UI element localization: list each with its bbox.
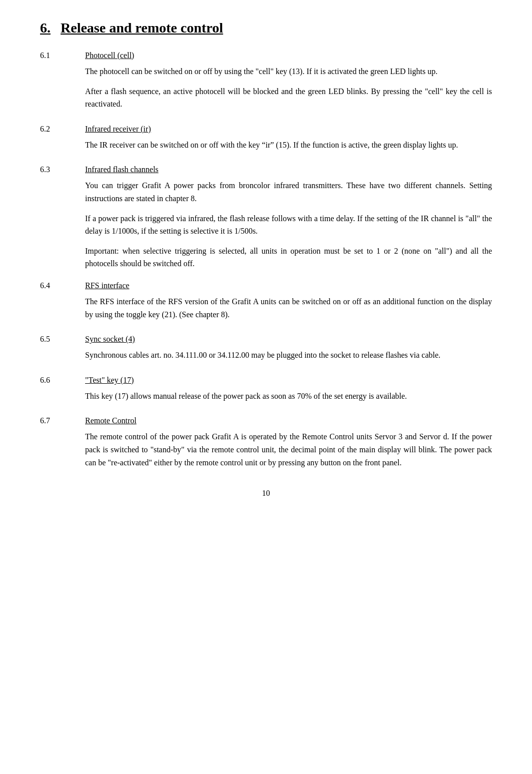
section-body-6-7: The remote control of the power pack Gra… (85, 430, 492, 469)
section-header-6-2: 6.2Infrared receiver (ir) (40, 125, 492, 134)
section-num-6-6: 6.6 (40, 376, 85, 385)
section-num-6-3: 6.3 (40, 165, 85, 174)
section-header-6-7: 6.7Remote Control (40, 416, 492, 425)
section-6-2: 6.2Infrared receiver (ir)The IR receiver… (40, 125, 492, 152)
section-header-6-4: 6.4RFS interface (40, 281, 492, 290)
section-title-6-1: Photocell (cell) (85, 51, 134, 60)
section-6-1-para-2: After a flash sequence, an active photoc… (85, 85, 492, 111)
page-title: 6. Release and remote control (40, 20, 492, 36)
section-title-6-5: Sync socket (4) (85, 335, 135, 344)
section-6-6: 6.6"Test" key (17)This key (17) allows m… (40, 376, 492, 403)
section-num-6-1: 6.1 (40, 51, 85, 60)
section-6-3-para-3: Important: when selective triggering is … (85, 245, 492, 270)
section-num-6-7: 6.7 (40, 416, 85, 425)
page-footer: 10 (40, 489, 492, 498)
section-body-6-6: This key (17) allows manual release of t… (85, 390, 492, 403)
section-body-6-5: Synchronous cables art. no. 34.111.00 or… (85, 349, 492, 362)
page-number: 10 (262, 489, 270, 497)
section-title-6-6: "Test" key (17) (85, 376, 134, 385)
section-6-3: 6.3Infrared flash channelsYou can trigge… (40, 165, 492, 270)
section-6-4-para-1: The RFS interface of the RFS version of … (85, 295, 492, 321)
section-num-6-4: 6.4 (40, 281, 85, 290)
section-title-6-7: Remote Control (85, 416, 137, 425)
section-6-3-para-2: If a power pack is triggered via infrare… (85, 212, 492, 238)
section-6-4: 6.4RFS interfaceThe RFS interface of the… (40, 281, 492, 321)
section-title-6-3: Infrared flash channels (85, 165, 159, 174)
section-body-6-4: The RFS interface of the RFS version of … (85, 295, 492, 321)
section-header-6-5: 6.5Sync socket (4) (40, 335, 492, 344)
section-6-7-para-1: The remote control of the power pack Gra… (85, 430, 492, 469)
section-6-5-para-1: Synchronous cables art. no. 34.111.00 or… (85, 349, 492, 362)
section-6-6-para-1: This key (17) allows manual release of t… (85, 390, 492, 403)
section-6-1: 6.1Photocell (cell)The photocell can be … (40, 51, 492, 111)
section-num-6-2: 6.2 (40, 125, 85, 134)
section-header-6-1: 6.1Photocell (cell) (40, 51, 492, 60)
section-body-6-2: The IR receiver can be switched on or of… (85, 139, 492, 152)
section-num-6-5: 6.5 (40, 335, 85, 344)
section-6-1-para-1: The photocell can be switched on or off … (85, 65, 492, 78)
section-6-2-para-1: The IR receiver can be switched on or of… (85, 139, 492, 152)
section-header-6-6: 6.6"Test" key (17) (40, 376, 492, 385)
section-6-5: 6.5Sync socket (4)Synchronous cables art… (40, 335, 492, 362)
section-title-6-4: RFS interface (85, 281, 129, 290)
chapter-title: Release and remote control (61, 20, 223, 36)
section-title-6-2: Infrared receiver (ir) (85, 125, 151, 134)
section-body-6-3: You can trigger Grafit A power packs fro… (85, 179, 492, 270)
chapter-number: 6. (40, 20, 51, 36)
section-header-6-3: 6.3Infrared flash channels (40, 165, 492, 174)
section-6-3-para-1: You can trigger Grafit A power packs fro… (85, 179, 492, 205)
section-6-7: 6.7Remote ControlThe remote control of t… (40, 416, 492, 469)
section-body-6-1: The photocell can be switched on or off … (85, 65, 492, 111)
